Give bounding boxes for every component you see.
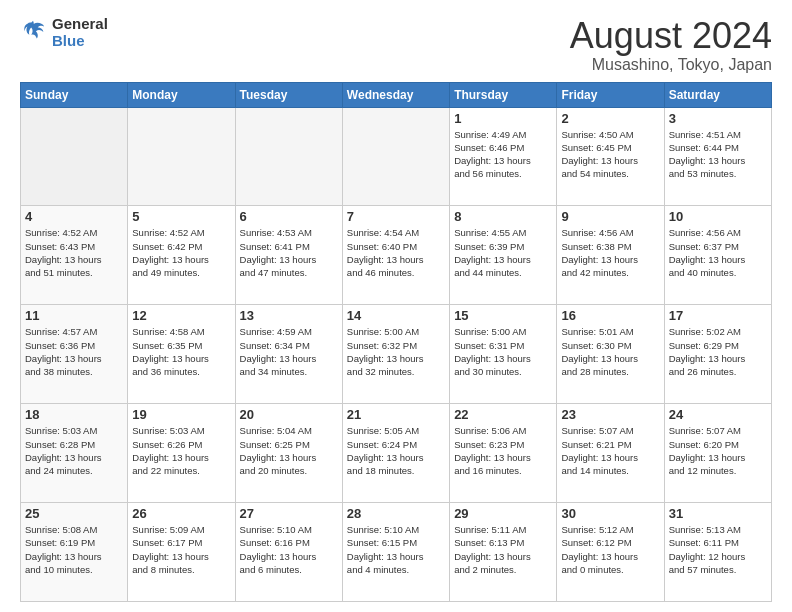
table-row: 15Sunrise: 5:00 AM Sunset: 6:31 PM Dayli…	[450, 305, 557, 404]
col-sunday: Sunday	[21, 82, 128, 107]
day-info: Sunrise: 4:55 AM Sunset: 6:39 PM Dayligh…	[454, 226, 552, 279]
table-row: 6Sunrise: 4:53 AM Sunset: 6:41 PM Daylig…	[235, 206, 342, 305]
table-row: 12Sunrise: 4:58 AM Sunset: 6:35 PM Dayli…	[128, 305, 235, 404]
col-tuesday: Tuesday	[235, 82, 342, 107]
calendar-week-row: 4Sunrise: 4:52 AM Sunset: 6:43 PM Daylig…	[21, 206, 772, 305]
day-info: Sunrise: 5:00 AM Sunset: 6:32 PM Dayligh…	[347, 325, 445, 378]
table-row: 14Sunrise: 5:00 AM Sunset: 6:32 PM Dayli…	[342, 305, 449, 404]
day-number: 22	[454, 407, 552, 422]
day-number: 16	[561, 308, 659, 323]
logo-bird-icon	[20, 19, 48, 47]
day-number: 27	[240, 506, 338, 521]
table-row	[342, 107, 449, 206]
day-info: Sunrise: 5:12 AM Sunset: 6:12 PM Dayligh…	[561, 523, 659, 576]
table-row: 16Sunrise: 5:01 AM Sunset: 6:30 PM Dayli…	[557, 305, 664, 404]
day-number: 23	[561, 407, 659, 422]
table-row: 9Sunrise: 4:56 AM Sunset: 6:38 PM Daylig…	[557, 206, 664, 305]
table-row	[128, 107, 235, 206]
day-number: 9	[561, 209, 659, 224]
col-wednesday: Wednesday	[342, 82, 449, 107]
day-info: Sunrise: 5:05 AM Sunset: 6:24 PM Dayligh…	[347, 424, 445, 477]
table-row: 26Sunrise: 5:09 AM Sunset: 6:17 PM Dayli…	[128, 503, 235, 602]
logo-general-text: General	[52, 16, 108, 33]
day-number: 6	[240, 209, 338, 224]
day-number: 10	[669, 209, 767, 224]
day-number: 29	[454, 506, 552, 521]
table-row: 13Sunrise: 4:59 AM Sunset: 6:34 PM Dayli…	[235, 305, 342, 404]
day-number: 28	[347, 506, 445, 521]
day-info: Sunrise: 4:56 AM Sunset: 6:37 PM Dayligh…	[669, 226, 767, 279]
col-monday: Monday	[128, 82, 235, 107]
day-info: Sunrise: 4:56 AM Sunset: 6:38 PM Dayligh…	[561, 226, 659, 279]
day-number: 12	[132, 308, 230, 323]
table-row: 19Sunrise: 5:03 AM Sunset: 6:26 PM Dayli…	[128, 404, 235, 503]
table-row	[235, 107, 342, 206]
table-row: 27Sunrise: 5:10 AM Sunset: 6:16 PM Dayli…	[235, 503, 342, 602]
calendar-week-row: 18Sunrise: 5:03 AM Sunset: 6:28 PM Dayli…	[21, 404, 772, 503]
day-info: Sunrise: 4:51 AM Sunset: 6:44 PM Dayligh…	[669, 128, 767, 181]
day-number: 8	[454, 209, 552, 224]
page: General Blue August 2024 Musashino, Toky…	[0, 0, 792, 612]
day-number: 1	[454, 111, 552, 126]
calendar-week-row: 1Sunrise: 4:49 AM Sunset: 6:46 PM Daylig…	[21, 107, 772, 206]
table-row: 21Sunrise: 5:05 AM Sunset: 6:24 PM Dayli…	[342, 404, 449, 503]
day-number: 14	[347, 308, 445, 323]
title-block: August 2024 Musashino, Tokyo, Japan	[570, 16, 772, 74]
table-row: 25Sunrise: 5:08 AM Sunset: 6:19 PM Dayli…	[21, 503, 128, 602]
day-number: 20	[240, 407, 338, 422]
day-info: Sunrise: 4:59 AM Sunset: 6:34 PM Dayligh…	[240, 325, 338, 378]
day-number: 21	[347, 407, 445, 422]
table-row: 22Sunrise: 5:06 AM Sunset: 6:23 PM Dayli…	[450, 404, 557, 503]
table-row: 10Sunrise: 4:56 AM Sunset: 6:37 PM Dayli…	[664, 206, 771, 305]
table-row: 2Sunrise: 4:50 AM Sunset: 6:45 PM Daylig…	[557, 107, 664, 206]
day-number: 24	[669, 407, 767, 422]
logo-text: General Blue	[52, 16, 108, 49]
day-info: Sunrise: 4:54 AM Sunset: 6:40 PM Dayligh…	[347, 226, 445, 279]
table-row: 31Sunrise: 5:13 AM Sunset: 6:11 PM Dayli…	[664, 503, 771, 602]
day-info: Sunrise: 5:13 AM Sunset: 6:11 PM Dayligh…	[669, 523, 767, 576]
table-row: 24Sunrise: 5:07 AM Sunset: 6:20 PM Dayli…	[664, 404, 771, 503]
col-friday: Friday	[557, 82, 664, 107]
day-number: 17	[669, 308, 767, 323]
day-info: Sunrise: 4:52 AM Sunset: 6:43 PM Dayligh…	[25, 226, 123, 279]
day-number: 15	[454, 308, 552, 323]
table-row: 11Sunrise: 4:57 AM Sunset: 6:36 PM Dayli…	[21, 305, 128, 404]
day-info: Sunrise: 5:00 AM Sunset: 6:31 PM Dayligh…	[454, 325, 552, 378]
day-number: 7	[347, 209, 445, 224]
day-info: Sunrise: 4:57 AM Sunset: 6:36 PM Dayligh…	[25, 325, 123, 378]
day-number: 30	[561, 506, 659, 521]
day-info: Sunrise: 5:03 AM Sunset: 6:28 PM Dayligh…	[25, 424, 123, 477]
day-info: Sunrise: 5:10 AM Sunset: 6:15 PM Dayligh…	[347, 523, 445, 576]
table-row: 8Sunrise: 4:55 AM Sunset: 6:39 PM Daylig…	[450, 206, 557, 305]
calendar-week-row: 11Sunrise: 4:57 AM Sunset: 6:36 PM Dayli…	[21, 305, 772, 404]
day-info: Sunrise: 5:10 AM Sunset: 6:16 PM Dayligh…	[240, 523, 338, 576]
day-number: 31	[669, 506, 767, 521]
day-number: 2	[561, 111, 659, 126]
table-row: 7Sunrise: 4:54 AM Sunset: 6:40 PM Daylig…	[342, 206, 449, 305]
table-row: 30Sunrise: 5:12 AM Sunset: 6:12 PM Dayli…	[557, 503, 664, 602]
col-thursday: Thursday	[450, 82, 557, 107]
day-number: 13	[240, 308, 338, 323]
day-number: 18	[25, 407, 123, 422]
calendar-table: Sunday Monday Tuesday Wednesday Thursday…	[20, 82, 772, 602]
day-number: 5	[132, 209, 230, 224]
day-info: Sunrise: 4:58 AM Sunset: 6:35 PM Dayligh…	[132, 325, 230, 378]
day-info: Sunrise: 5:04 AM Sunset: 6:25 PM Dayligh…	[240, 424, 338, 477]
calendar-header-row: Sunday Monday Tuesday Wednesday Thursday…	[21, 82, 772, 107]
table-row: 29Sunrise: 5:11 AM Sunset: 6:13 PM Dayli…	[450, 503, 557, 602]
logo-blue-text: Blue	[52, 33, 108, 50]
header: General Blue August 2024 Musashino, Toky…	[20, 16, 772, 74]
day-info: Sunrise: 5:07 AM Sunset: 6:20 PM Dayligh…	[669, 424, 767, 477]
day-info: Sunrise: 5:03 AM Sunset: 6:26 PM Dayligh…	[132, 424, 230, 477]
table-row: 20Sunrise: 5:04 AM Sunset: 6:25 PM Dayli…	[235, 404, 342, 503]
day-number: 4	[25, 209, 123, 224]
day-number: 26	[132, 506, 230, 521]
day-info: Sunrise: 4:50 AM Sunset: 6:45 PM Dayligh…	[561, 128, 659, 181]
table-row: 28Sunrise: 5:10 AM Sunset: 6:15 PM Dayli…	[342, 503, 449, 602]
day-info: Sunrise: 4:49 AM Sunset: 6:46 PM Dayligh…	[454, 128, 552, 181]
day-number: 11	[25, 308, 123, 323]
day-info: Sunrise: 4:53 AM Sunset: 6:41 PM Dayligh…	[240, 226, 338, 279]
day-info: Sunrise: 5:08 AM Sunset: 6:19 PM Dayligh…	[25, 523, 123, 576]
table-row: 5Sunrise: 4:52 AM Sunset: 6:42 PM Daylig…	[128, 206, 235, 305]
day-number: 19	[132, 407, 230, 422]
